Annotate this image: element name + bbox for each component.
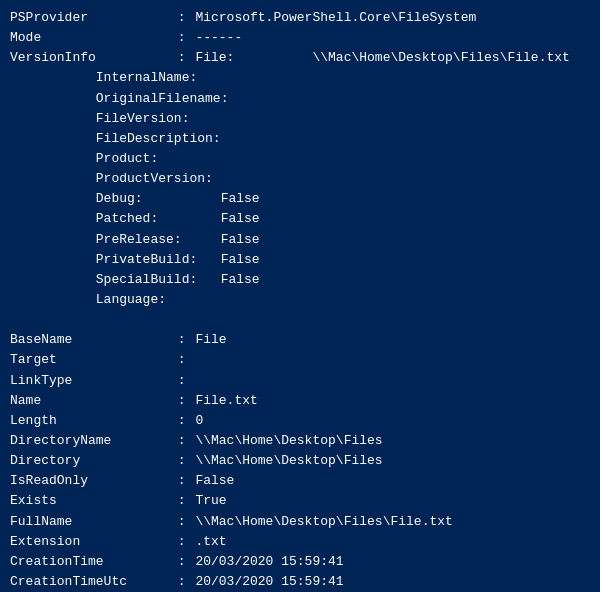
terminal-line: FullName : \\Mac\Home\Desktop\Files\File… [10, 512, 590, 532]
line-value: \\Mac\Home\Desktop\Files [195, 451, 382, 471]
line-value: ------ [195, 28, 242, 48]
line-key: IsReadOnly [10, 471, 170, 491]
line-key: FullName [10, 512, 170, 532]
line-key: CreationTimeUtc [10, 572, 170, 592]
line-value: \\Mac\Home\Desktop\Files\File.txt [195, 512, 452, 532]
line-value: Microsoft.PowerShell.Core\FileSystem [195, 8, 476, 28]
terminal-line: Length : 0 [10, 411, 590, 431]
line-separator: : [170, 512, 193, 532]
line-key: BaseName [10, 330, 170, 350]
line-value: PrivateBuild: False [10, 250, 260, 270]
line-value: .txt [195, 532, 226, 552]
terminal-line: LinkType : [10, 371, 590, 391]
line-key: VersionInfo [10, 48, 170, 68]
line-key: Directory [10, 451, 170, 471]
line-key: CreationTime [10, 552, 170, 572]
line-value: FileDescription: [10, 129, 221, 149]
terminal-line: PSProvider : Microsoft.PowerShell.Core\F… [10, 8, 590, 28]
terminal-window: PSProvider : Microsoft.PowerShell.Core\F… [0, 0, 600, 592]
line-separator: : [170, 431, 193, 451]
line-value: SpecialBuild: False [10, 270, 260, 290]
line-separator: : [170, 572, 193, 592]
terminal-line [10, 310, 590, 330]
line-key: Name [10, 391, 170, 411]
line-value: OriginalFilename: [10, 89, 228, 109]
line-value: 20/03/2020 15:59:41 [195, 572, 343, 592]
line-value: 20/03/2020 15:59:41 [195, 552, 343, 572]
terminal-line: InternalName: [10, 68, 590, 88]
terminal-line: ProductVersion: [10, 169, 590, 189]
terminal-line: Product: [10, 149, 590, 169]
line-key: Length [10, 411, 170, 431]
terminal-line: Debug: False [10, 189, 590, 209]
line-key: Target [10, 350, 170, 370]
terminal-line: Name : File.txt [10, 391, 590, 411]
line-separator: : [170, 552, 193, 572]
line-value: Debug: False [10, 189, 260, 209]
line-separator: : [170, 451, 193, 471]
line-value: FileVersion: [10, 109, 189, 129]
line-separator: : [170, 8, 193, 28]
line-separator: : [170, 371, 193, 391]
line-key: Mode [10, 28, 170, 48]
line-separator: : [170, 411, 193, 431]
terminal-line: SpecialBuild: False [10, 270, 590, 290]
line-value: ProductVersion: [10, 169, 213, 189]
terminal-line: VersionInfo : File: \\Mac\Home\Desktop\F… [10, 48, 590, 68]
line-key: Exists [10, 491, 170, 511]
line-separator: : [170, 471, 193, 491]
line-value: File.txt [195, 391, 257, 411]
line-value: 0 [195, 411, 203, 431]
line-key: LinkType [10, 371, 170, 391]
line-separator: : [170, 350, 193, 370]
line-separator: : [170, 391, 193, 411]
line-separator: : [170, 491, 193, 511]
terminal-line: Target : [10, 350, 590, 370]
terminal-line: IsReadOnly : False [10, 471, 590, 491]
line-value: PreRelease: False [10, 230, 260, 250]
terminal-line: Language: [10, 290, 590, 310]
line-key: PSProvider [10, 8, 170, 28]
terminal-line: Directory : \\Mac\Home\Desktop\Files [10, 451, 590, 471]
line-value: Product: [10, 149, 158, 169]
line-value: InternalName: [10, 68, 197, 88]
line-value: True [195, 491, 226, 511]
line-key: DirectoryName [10, 431, 170, 451]
terminal-line: Mode : ------ [10, 28, 590, 48]
terminal-line: DirectoryName : \\Mac\Home\Desktop\Files [10, 431, 590, 451]
line-value: False [195, 471, 234, 491]
terminal-line: PreRelease: False [10, 230, 590, 250]
line-key: Extension [10, 532, 170, 552]
terminal-line: OriginalFilename: [10, 89, 590, 109]
line-value: Language: [10, 290, 166, 310]
terminal-line: FileDescription: [10, 129, 590, 149]
line-separator: : [170, 330, 193, 350]
line-value: \\Mac\Home\Desktop\Files [195, 431, 382, 451]
terminal-line: Extension : .txt [10, 532, 590, 552]
terminal-line: Exists : True [10, 491, 590, 511]
line-value: File [195, 330, 226, 350]
terminal-line: BaseName : File [10, 330, 590, 350]
terminal-line: CreationTimeUtc : 20/03/2020 15:59:41 [10, 572, 590, 592]
terminal-line: PrivateBuild: False [10, 250, 590, 270]
line-separator: : [170, 28, 193, 48]
line-separator: : [170, 532, 193, 552]
terminal-line: CreationTime : 20/03/2020 15:59:41 [10, 552, 590, 572]
terminal-line: Patched: False [10, 209, 590, 229]
line-separator: : [170, 48, 193, 68]
line-value: File: \\Mac\Home\Desktop\Files\File.txt [195, 48, 569, 68]
terminal-line: FileVersion: [10, 109, 590, 129]
line-value: Patched: False [10, 209, 260, 229]
